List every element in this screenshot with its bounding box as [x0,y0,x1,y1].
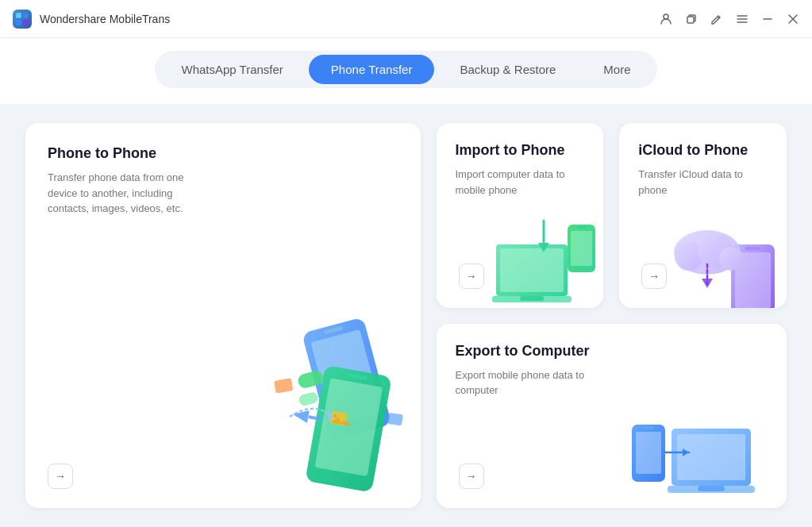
app-icon [13,10,32,29]
icloud-illustration [668,205,779,308]
svg-rect-28 [571,231,592,266]
svg-rect-2 [16,20,21,25]
phone-to-phone-illustration [254,302,421,508]
card-icloud-title: iCloud to Phone [638,142,768,159]
svg-rect-0 [16,13,21,18]
export-illustration [620,405,779,508]
svg-rect-10 [298,391,319,407]
svg-rect-39 [677,434,745,480]
card-import-arrow[interactable]: → [459,264,484,289]
tab-whatsapp-transfer[interactable]: WhatsApp Transfer [159,55,305,84]
title-bar-right [660,13,799,25]
card-icloud-arrow[interactable]: → [641,264,667,289]
menu-button[interactable] [736,13,749,25]
svg-marker-37 [702,279,713,288]
card-row-top: Import to Phone Import computer data to … [437,123,787,308]
svg-rect-5 [687,17,694,23]
title-bar: Wondershare MobileTrans [0,0,812,38]
close-button[interactable] [787,13,799,25]
card-phone-to-phone[interactable]: Phone to Phone Transfer phone data from … [25,123,421,508]
nav-bar: WhatsApp Transfer Phone Transfer Backup … [0,38,812,104]
svg-rect-32 [745,247,760,250]
card-import-desc: Import computer data to mobile phone [456,167,585,198]
card-row-bottom: Export to Computer Export mobile phone d… [437,324,787,509]
card-import-title: Import to Phone [456,142,585,159]
tab-backup-restore[interactable]: Backup & Restore [437,55,578,84]
card-import-to-phone[interactable]: Import to Phone Import computer data to … [437,123,604,308]
nav-pill-wrapper: WhatsApp Transfer Phone Transfer Backup … [155,51,656,88]
card-export-arrow[interactable]: → [459,464,484,489]
app-title: Wondershare MobileTrans [40,13,170,25]
svg-rect-44 [643,426,654,429]
edit-button[interactable] [710,13,723,25]
card-phone-to-phone-desc: Transfer phone data from one device to a… [48,170,206,217]
svg-rect-20 [274,378,293,394]
card-icloud-to-phone[interactable]: iCloud to Phone Transfer iCloud data to … [619,123,787,308]
tab-phone-transfer[interactable]: Phone Transfer [309,55,435,84]
card-phone-to-phone-title: Phone to Phone [48,145,398,162]
card-icloud-desc: Transfer iCloud data to phone [638,167,768,198]
card-export-to-computer[interactable]: Export to Computer Export mobile phone d… [437,324,787,509]
svg-rect-21 [387,413,403,425]
main-content: Phone to Phone Transfer phone data from … [0,104,812,527]
svg-rect-41 [698,486,725,491]
profile-button[interactable] [660,13,672,25]
card-grid-right: Import to Phone Import computer data to … [437,123,787,508]
svg-rect-43 [636,432,661,474]
card-export-title: Export to Computer [456,343,768,360]
window-restore-button[interactable] [685,13,698,25]
svg-rect-25 [520,296,544,301]
minimize-button[interactable] [761,13,774,25]
svg-rect-29 [577,226,586,229]
tab-more[interactable]: More [581,55,652,84]
title-bar-left: Wondershare MobileTrans [13,10,170,29]
svg-rect-3 [23,20,29,25]
svg-rect-1 [23,13,29,18]
svg-point-36 [719,247,743,271]
card-phone-to-phone-arrow[interactable]: → [48,464,73,489]
card-export-desc: Export mobile phone data to computer [456,367,614,398]
svg-point-4 [664,14,668,19]
import-illustration [484,205,595,308]
svg-rect-23 [500,248,564,292]
